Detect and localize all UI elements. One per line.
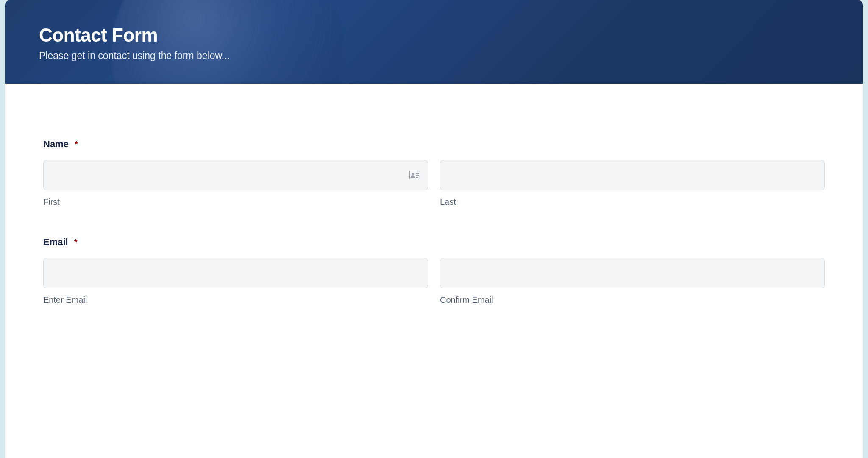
name-input-row: First Last [43, 160, 825, 207]
svg-rect-3 [416, 175, 419, 176]
form-card: Contact Form Please get in contact using… [5, 0, 863, 458]
enter-email-sublabel: Enter Email [43, 295, 428, 305]
first-name-col: First [43, 160, 428, 207]
enter-email-col: Enter Email [43, 258, 428, 305]
email-field-label: Email * [43, 237, 825, 248]
confirm-email-col: Confirm Email [440, 258, 825, 305]
required-asterisk: * [74, 237, 78, 247]
email-field-group: Email * Enter Email Confirm Email [43, 237, 825, 305]
form-body: Name * [5, 84, 863, 360]
svg-rect-4 [416, 177, 418, 178]
confirm-email-input[interactable] [440, 258, 825, 288]
svg-point-1 [412, 173, 414, 176]
name-label-text: Name [43, 139, 69, 150]
email-input-row: Enter Email Confirm Email [43, 258, 825, 305]
first-name-sublabel: First [43, 197, 428, 207]
page-title: Contact Form [39, 25, 829, 46]
svg-rect-2 [416, 173, 419, 174]
first-name-input[interactable] [43, 160, 428, 190]
email-label-text: Email [43, 237, 68, 248]
name-field-label: Name * [43, 139, 825, 150]
id-card-icon [409, 171, 420, 179]
name-field-group: Name * [43, 139, 825, 207]
enter-email-input[interactable] [43, 258, 428, 288]
last-name-col: Last [440, 160, 825, 207]
confirm-email-sublabel: Confirm Email [440, 295, 825, 305]
last-name-input[interactable] [440, 160, 825, 190]
required-asterisk: * [75, 140, 78, 149]
form-header: Contact Form Please get in contact using… [5, 0, 863, 84]
first-name-input-wrap [43, 160, 428, 190]
page-subtitle: Please get in contact using the form bel… [39, 50, 829, 61]
last-name-sublabel: Last [440, 197, 825, 207]
